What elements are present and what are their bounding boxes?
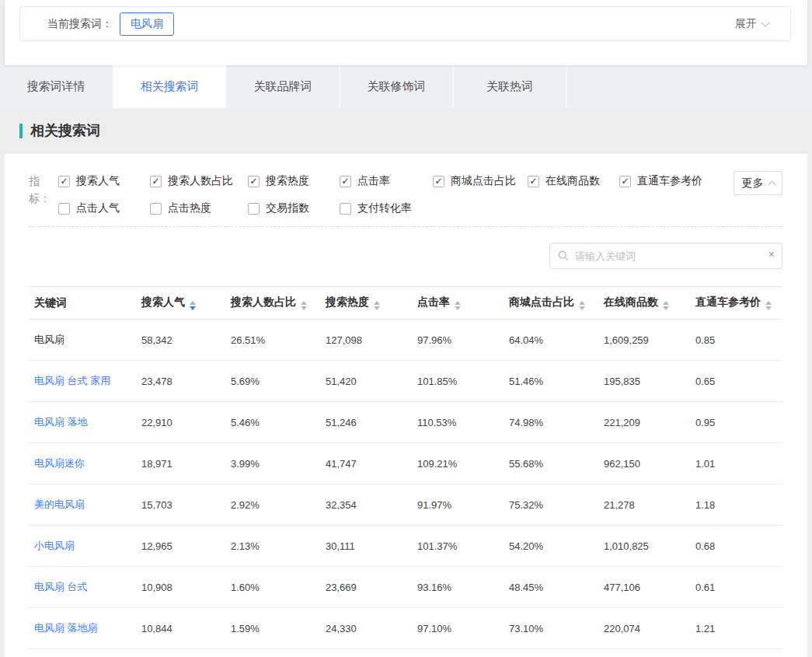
metric-checkbox-item[interactable]: 搜索人数占比 xyxy=(150,173,248,190)
value-cell: 55.68% xyxy=(509,443,604,484)
checkbox-icon[interactable] xyxy=(619,176,631,187)
keyword-link[interactable]: 电风扇 落地 xyxy=(34,416,88,428)
column-header-label: 商城点击占比 xyxy=(509,295,574,308)
metric-checkbox-item[interactable]: 支付转化率 xyxy=(340,200,433,217)
metric-checkbox-item[interactable]: 点击人气 xyxy=(58,200,150,217)
tab-3[interactable]: 关联品牌词 xyxy=(227,65,340,108)
tab-4[interactable]: 关联修饰词 xyxy=(340,65,454,108)
top-search-bar: 当前搜索词： 电风扇 展开 xyxy=(5,0,807,65)
value-cell: 110.53% xyxy=(417,402,509,443)
tab-5[interactable]: 关联热词 xyxy=(454,65,567,108)
keyword-search: × xyxy=(549,243,782,269)
value-cell: 1.18 xyxy=(695,484,782,526)
keyword-link[interactable]: 美的电风扇 xyxy=(34,498,85,510)
value-cell: 26.51% xyxy=(231,320,326,361)
column-header[interactable]: 点击率 xyxy=(417,287,509,320)
value-cell: 101.85% xyxy=(417,361,509,402)
value-cell: 51,246 xyxy=(326,402,417,443)
checkbox-icon[interactable] xyxy=(433,176,444,187)
metric-label: 搜索热度 xyxy=(266,174,309,188)
table-row: 电风扇58,34226.51%127,09897.96%64.04%1,609,… xyxy=(29,320,782,361)
value-cell: 109.21% xyxy=(417,443,509,484)
value-cell: 51.46% xyxy=(509,361,604,402)
current-search-term-tag[interactable]: 电风扇 xyxy=(120,12,174,36)
checkbox-icon[interactable] xyxy=(248,203,260,215)
tab-2[interactable]: 相关搜索词 xyxy=(113,65,227,108)
sort-caret-icon[interactable] xyxy=(765,301,772,310)
checkbox-icon[interactable] xyxy=(150,203,162,215)
sort-caret-icon[interactable] xyxy=(579,301,585,310)
expand-toggle[interactable]: 展开 xyxy=(735,7,768,40)
sort-caret-icon[interactable] xyxy=(663,301,669,310)
metric-checkbox-item[interactable]: 交易指数 xyxy=(248,200,340,217)
table-row: 美的电风扇15,7032.92%32,35491.97%75.32%21,278… xyxy=(29,484,782,526)
value-cell: 1.60% xyxy=(231,567,326,608)
metric-label: 直通车参考价 xyxy=(637,174,702,188)
keyword-link[interactable]: 电风扇 台式 xyxy=(34,581,88,592)
sort-caret-icon[interactable] xyxy=(301,301,307,310)
search-input[interactable] xyxy=(549,243,782,269)
column-header[interactable]: 商城点击占比 xyxy=(509,287,604,320)
value-cell: 75.32% xyxy=(509,484,604,526)
current-search-card: 当前搜索词： 电风扇 展开 xyxy=(19,6,791,41)
clear-icon[interactable]: × xyxy=(768,248,775,260)
value-cell: 2.13% xyxy=(231,526,326,567)
checkbox-icon[interactable] xyxy=(340,176,351,187)
value-cell: 18,971 xyxy=(141,443,231,484)
value-cell: 91.97% xyxy=(417,484,509,526)
sort-caret-icon[interactable] xyxy=(374,301,380,310)
value-cell: 58,342 xyxy=(141,320,231,361)
column-header[interactable]: 搜索人数占比 xyxy=(231,287,326,320)
metric-checkbox-item[interactable]: 点击热度 xyxy=(150,200,248,217)
checkbox-icon[interactable] xyxy=(340,203,351,215)
value-cell: 0.85 xyxy=(695,320,782,361)
value-cell: 220,074 xyxy=(604,608,695,649)
keyword-cell: 小电风扇 xyxy=(29,526,141,567)
checkbox-icon[interactable] xyxy=(58,203,70,215)
table-row: 电风扇迷你18,9713.99%41,747109.21%55.68%962,1… xyxy=(29,443,782,484)
chevron-down-icon xyxy=(761,18,769,26)
keyword-link[interactable]: 电风扇迷你 xyxy=(34,457,85,469)
column-header[interactable]: 直通车参考价 xyxy=(695,287,782,320)
metric-label: 搜索人气 xyxy=(76,174,120,188)
sort-caret-icon[interactable] xyxy=(190,301,196,310)
metric-checkbox-item[interactable]: 搜索热度 xyxy=(248,173,340,190)
column-header[interactable]: 在线商品数 xyxy=(604,287,695,320)
keyword-link[interactable]: 电风扇 台式 家用 xyxy=(34,375,110,386)
value-cell: 221,209 xyxy=(604,402,695,443)
current-search-label: 当前搜索词： xyxy=(47,17,113,31)
checkbox-icon[interactable] xyxy=(248,176,260,187)
metric-checkbox-item[interactable]: 商城点击占比 xyxy=(433,173,528,190)
checkbox-icon[interactable] xyxy=(58,176,70,187)
value-cell: 1.21 xyxy=(695,608,782,649)
checkbox-icon[interactable] xyxy=(528,176,539,187)
value-cell: 32,354 xyxy=(326,484,417,526)
metric-checkbox-item[interactable]: 点击率 xyxy=(340,173,433,190)
column-header[interactable]: 搜索热度 xyxy=(326,287,417,320)
chevron-up-icon xyxy=(768,181,775,189)
metric-checkbox-item[interactable]: 直通车参考价 xyxy=(619,173,744,190)
tab-bar: 搜索词详情相关搜索词关联品牌词关联修饰词关联热词 xyxy=(0,65,812,108)
value-cell: 195,835 xyxy=(604,361,695,402)
sort-caret-icon[interactable] xyxy=(455,301,461,310)
metric-label: 交易指数 xyxy=(266,201,309,215)
column-header-label: 关键词 xyxy=(34,296,67,309)
keyword-link[interactable]: 电风扇 落地扇 xyxy=(34,622,98,634)
value-cell: 0.61 xyxy=(695,567,782,608)
metric-label: 点击人气 xyxy=(76,201,120,215)
keyword-cell: 电风扇 xyxy=(29,320,141,361)
metric-label: 商城点击占比 xyxy=(451,174,516,188)
related-search-panel: 指标： 搜索人气搜索人数占比搜索热度点击率商城点击占比在线商品数直通车参考价点击… xyxy=(5,154,807,657)
tab-1[interactable]: 搜索词详情 xyxy=(0,65,113,108)
more-button[interactable]: 更多 xyxy=(734,171,782,195)
value-cell: 12,965 xyxy=(141,526,231,567)
metric-checkbox-item[interactable]: 在线商品数 xyxy=(528,173,619,190)
keyword-link[interactable]: 小电风扇 xyxy=(34,540,75,551)
metric-checkbox-item[interactable]: 搜索人气 xyxy=(58,173,150,190)
value-cell: 22,910 xyxy=(141,402,231,443)
column-header[interactable]: 搜索人气 xyxy=(141,287,231,320)
checkbox-icon[interactable] xyxy=(150,176,162,187)
keyword-cell: 电风扇迷你 xyxy=(29,443,141,484)
column-header-label: 在线商品数 xyxy=(604,295,658,308)
search-icon xyxy=(558,250,569,261)
